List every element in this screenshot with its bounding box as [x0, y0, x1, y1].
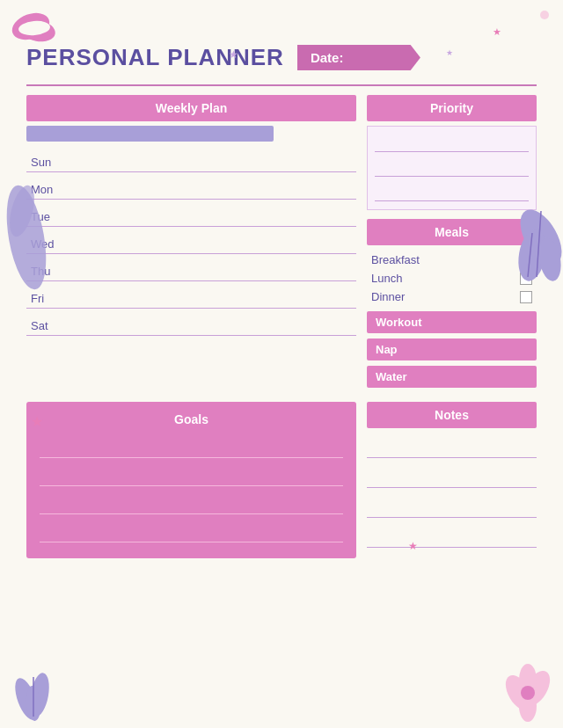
breakfast-label: Breakfast [371, 253, 420, 266]
priority-line-3 [375, 180, 529, 201]
notes-line-2 [367, 465, 537, 488]
highlight-bar [26, 126, 274, 142]
workout-bar: Workout [367, 311, 537, 333]
dinner-label: Dinner [371, 290, 405, 303]
lunch-label: Lunch [371, 272, 402, 285]
day-label-tue: Tue [31, 210, 50, 223]
date-banner: Date: [297, 45, 420, 70]
goals-line-4 [40, 520, 343, 542]
day-row-tue: Tue [26, 203, 356, 227]
svg-line-9 [537, 211, 541, 277]
day-row-thu: Thu [26, 258, 356, 281]
svg-point-17 [519, 664, 537, 695]
svg-point-16 [518, 666, 556, 710]
priority-line-2 [375, 156, 529, 177]
priority-lines-container [367, 126, 537, 210]
day-row-wed: Wed [26, 230, 356, 254]
right-column: Priority Meals Breakfast Lunch Dinner [367, 95, 537, 389]
notes-line-3 [367, 495, 537, 518]
header-divider [26, 84, 537, 86]
svg-point-11 [11, 675, 42, 721]
star-deco-2: ★ [493, 26, 501, 38]
notes-line-4 [367, 525, 537, 548]
weekly-plan-section: Weekly Plan Sun Mon Tue Wed Thu Fri Sat [26, 95, 356, 389]
goals-line-1 [40, 435, 343, 458]
nap-bar: Nap [367, 339, 537, 360]
svg-point-8 [536, 236, 563, 282]
svg-point-3 [540, 11, 549, 19]
svg-point-0 [9, 8, 54, 44]
day-label-mon: Mon [31, 183, 53, 196]
day-row-mon: Mon [26, 176, 356, 200]
deco-top-right [537, 7, 552, 23]
svg-point-12 [27, 672, 52, 718]
svg-point-2 [18, 19, 50, 36]
breakfast-checkbox[interactable] [520, 254, 532, 266]
goals-section: Goals [26, 402, 356, 558]
header: PERSONAL PLANNER Date: [26, 44, 537, 71]
weekly-plan-header: Weekly Plan [26, 95, 356, 121]
page: ★ ★ ★ ★ ★ PERSONAL PL [0, 0, 563, 728]
bottom-content: Goals Notes [26, 402, 537, 558]
day-label-wed: Wed [31, 237, 55, 251]
meal-row-dinner: Dinner [367, 288, 537, 306]
day-row-sun: Sun [26, 149, 356, 172]
day-label-thu: Thu [31, 265, 50, 278]
day-row-sat: Sat [26, 312, 356, 336]
day-label-sat: Sat [31, 319, 48, 332]
deco-bottom-left-leaves [9, 659, 62, 721]
meal-row-breakfast: Breakfast [367, 251, 537, 269]
dinner-checkbox[interactable] [520, 291, 532, 303]
meals-section: Meals Breakfast Lunch Dinner [367, 219, 537, 306]
day-label-sun: Sun [31, 156, 51, 169]
goals-line-2 [40, 463, 343, 486]
svg-point-18 [519, 690, 537, 722]
notes-section: Notes [367, 402, 537, 558]
priority-header: Priority [367, 95, 537, 121]
notes-line-1 [367, 435, 537, 458]
svg-point-19 [521, 686, 535, 700]
day-label-fri: Fri [31, 292, 44, 305]
svg-point-15 [501, 671, 538, 715]
lunch-checkbox[interactable] [520, 273, 532, 285]
svg-point-13 [25, 685, 41, 721]
svg-point-1 [18, 18, 57, 45]
day-row-fri: Fri [26, 285, 356, 309]
goals-line-3 [40, 491, 343, 514]
notes-header: Notes [367, 402, 537, 428]
deco-bottom-right [497, 662, 559, 724]
priority-line-1 [375, 131, 529, 152]
meal-row-lunch: Lunch [367, 269, 537, 288]
main-content: Weekly Plan Sun Mon Tue Wed Thu Fri Sat [26, 95, 537, 389]
page-title: PERSONAL PLANNER [26, 44, 284, 71]
water-bar: Water [367, 366, 537, 388]
meals-header: Meals [367, 219, 537, 245]
goals-header: Goals [40, 412, 343, 426]
